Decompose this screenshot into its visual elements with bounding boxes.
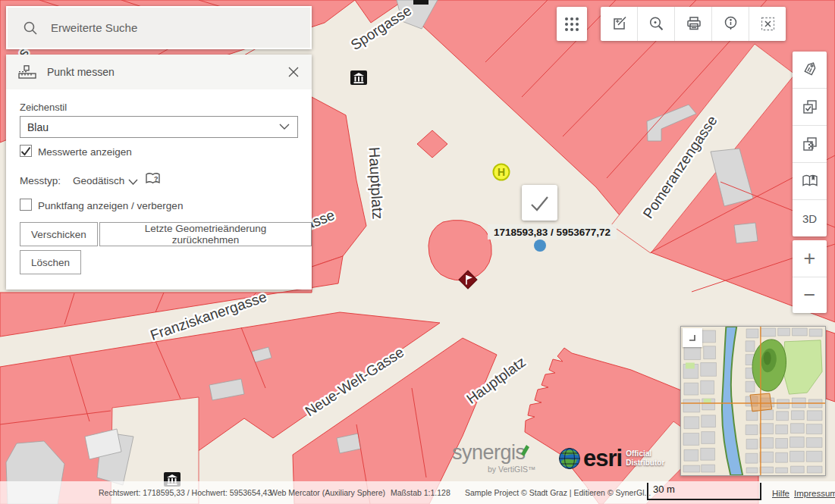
scale-bar: 30 m [647, 483, 761, 500]
esri-official-text: Official [626, 449, 664, 459]
layers-check-icon [801, 98, 819, 116]
map-book-icon [801, 172, 819, 190]
plus-icon: + [804, 249, 816, 269]
edit-button[interactable] [601, 7, 637, 41]
send-button[interactable]: Verschicken [20, 222, 98, 246]
apps-menu-button[interactable] [557, 7, 587, 41]
undo-geometry-button[interactable]: Letzte Geometrieänderung zurücknehmen [99, 222, 312, 246]
side-toolbar: 3D [793, 52, 827, 236]
help-link[interactable]: Hilfe [772, 489, 789, 498]
zoom-search-button[interactable] [637, 7, 674, 41]
checkmark-icon [522, 185, 557, 221]
status-coordinates: Rechtswert: 1718595,33 / Hochwert: 59536… [99, 488, 272, 497]
coordinate-tooltip: 1718593,83 / 5953677,72 [488, 224, 617, 239]
synergis-logo: synergis by VertiGIS™ [452, 441, 551, 476]
gis-app: { "search": { "placeholder": "Erweiterte… [0, 0, 835, 504]
measure-help-icon[interactable]: ? [145, 172, 162, 186]
chevron-down-icon[interactable] [128, 179, 138, 186]
esri-distributor-text: Distributor [626, 459, 664, 468]
layers-select-button[interactable] [793, 88, 827, 125]
status-projection: Web Mercator (Auxiliary Sphere) [270, 488, 385, 497]
dashed-select-x-icon [759, 15, 777, 33]
measure-panel: Punkt messen Zeichenstil Blau Messwerte … [6, 55, 312, 290]
status-scale: Maßstab 1:1.128 [391, 488, 450, 497]
measure-point[interactable] [534, 239, 546, 252]
search-panel [6, 6, 312, 49]
svg-text:H: H [498, 166, 505, 178]
print-button[interactable] [674, 7, 711, 41]
imprint-link[interactable]: Impressum [794, 489, 835, 498]
scale-bar-label: 30 m [653, 484, 675, 495]
messtyp-select[interactable]: Geodätisch [73, 175, 124, 186]
select-extent-button[interactable] [749, 7, 786, 41]
minus-icon: − [804, 285, 816, 305]
apps-grid-icon [563, 15, 581, 33]
measure-point-icon [18, 65, 37, 79]
museum-icon-partial [413, 0, 428, 5]
info-icon [722, 15, 739, 33]
printer-icon [685, 15, 702, 33]
measure-panel-header: Punkt messen [6, 55, 312, 89]
synergis-logo-text: synergis [452, 441, 526, 464]
search-icon [23, 20, 38, 36]
punktfang-checkbox[interactable] [20, 199, 32, 211]
status-attribution: Sample Project © Stadt Graz | Editieren … [465, 488, 651, 497]
layers-transparency-icon [801, 135, 819, 153]
magnifier-dot-icon [648, 15, 665, 33]
zeichenstil-label: Zeichenstil [20, 102, 67, 113]
overview-collapse-button[interactable] [683, 328, 702, 347]
synergis-leaf-icon [519, 443, 529, 456]
tag-icon [801, 61, 819, 79]
search-field[interactable] [8, 8, 310, 48]
punktfang-label: Punktfang anzeigen / verbergen [38, 200, 183, 211]
zoom-controls: + − [793, 240, 827, 313]
messwerte-label: Messwerte anzeigen [38, 146, 132, 158]
confirm-measure-button[interactable] [522, 185, 557, 221]
overview-map-canvas [681, 327, 825, 475]
tag-button[interactable] [793, 52, 827, 88]
esri-logo: esri Official Distributor [558, 446, 664, 470]
messwerte-checkbox[interactable] [20, 145, 32, 157]
zoom-in-button[interactable]: + [793, 240, 827, 277]
svg-text:1718593,83 / 5953677,72: 1718593,83 / 5953677,72 [494, 227, 611, 238]
delete-button[interactable]: Löschen [20, 250, 81, 274]
corner-collapse-icon [686, 332, 698, 344]
status-bar: Rechtswert: 1718595,33 / Hochwert: 59536… [0, 481, 835, 504]
map-book-button[interactable] [793, 162, 827, 199]
check-icon [20, 146, 31, 156]
esri-globe-icon [558, 447, 581, 470]
measure-panel-title: Punkt messen [47, 66, 115, 78]
chevron-down-icon [279, 124, 290, 130]
messtyp-label: Messtyp: [20, 175, 61, 186]
map-toolbar [601, 7, 786, 41]
bus-stop-marker: H [494, 164, 510, 180]
zoom-out-button[interactable]: − [793, 277, 827, 313]
3d-label: 3D [802, 212, 817, 225]
synergis-logo-subtext: by VertiGIS™ [488, 465, 536, 474]
overview-map[interactable] [680, 326, 826, 476]
zeichenstil-select[interactable]: Blau [20, 116, 298, 138]
zeichenstil-value: Blau [27, 121, 279, 133]
3d-button[interactable]: 3D [793, 199, 827, 236]
esri-logo-text: esri [583, 446, 622, 470]
info-button[interactable] [711, 7, 749, 41]
search-input[interactable] [49, 20, 280, 35]
close-icon[interactable] [287, 66, 300, 78]
layers-transparency-button[interactable] [793, 125, 827, 162]
museum-icon [350, 70, 367, 85]
edit-icon [611, 15, 628, 33]
svg-text:?: ? [154, 175, 159, 183]
